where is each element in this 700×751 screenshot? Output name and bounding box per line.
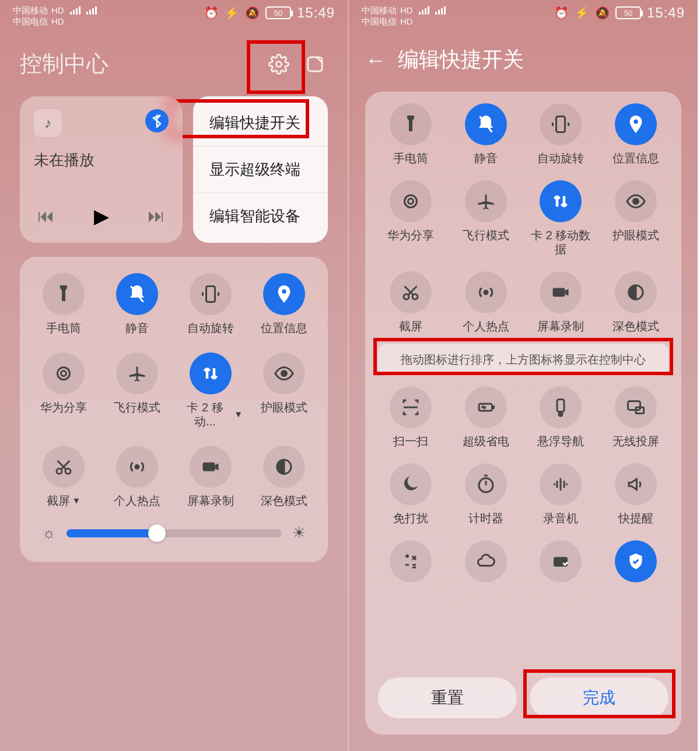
- slider-track[interactable]: [66, 529, 282, 537]
- switch-mobiledata[interactable]: 卡 2 移动...▼: [175, 352, 246, 428]
- waveform-icon: [550, 474, 571, 495]
- switch-security[interactable]: .: [600, 540, 673, 602]
- menu-item-super-terminal[interactable]: 显示超级终端: [193, 146, 328, 193]
- svg-point-19: [484, 291, 488, 294]
- switch-cast[interactable]: 无线投屏: [600, 386, 673, 448]
- label: 无线投屏: [612, 434, 659, 448]
- slider-fill: [66, 529, 157, 537]
- switch-dnd[interactable]: 免打扰: [374, 463, 447, 525]
- switch-hotspot[interactable]: 个人热点: [102, 446, 173, 508]
- switch-record[interactable]: 屏幕录制: [175, 446, 246, 508]
- next-track-button[interactable]: ⏭: [148, 206, 165, 226]
- back-button[interactable]: ←: [365, 48, 386, 72]
- switch-flashlight[interactable]: 手电筒: [374, 103, 447, 165]
- play-button[interactable]: ▶: [94, 204, 109, 228]
- svg-point-13: [634, 120, 638, 124]
- cast-icon: [625, 397, 646, 418]
- airplane-icon: [475, 191, 496, 212]
- status-bar: 中国移动 HD 中国电信 HD ⏰ ⚡ 🔕 50 15:49: [349, 0, 698, 33]
- brightness-slider[interactable]: ☼ ☀: [28, 521, 320, 548]
- calc-icon: [400, 551, 421, 572]
- switch-floatnav[interactable]: 悬浮导航: [524, 386, 597, 448]
- svg-point-5: [58, 368, 70, 380]
- switch-darkmode[interactable]: 深色模式: [600, 271, 673, 333]
- switch-darkmode[interactable]: 深色模式: [249, 446, 320, 508]
- switch-eyecare[interactable]: 护眼模式: [600, 180, 673, 256]
- label: 位置信息: [261, 321, 307, 335]
- context-menu: 编辑快捷开关 显示超级终端 编辑智能设备: [193, 96, 328, 243]
- active-switches-grid: 手电筒 静音 自动旋转 位置信息 华为分享 飞行模式 卡 2 移动数据 护眼模式…: [374, 103, 672, 333]
- hd-badge-1: HD: [400, 5, 413, 16]
- switch-calculator[interactable]: .: [374, 540, 447, 602]
- carrier-2: 中国电信: [362, 16, 397, 27]
- switch-location[interactable]: 位置信息: [249, 273, 320, 335]
- quick-switch-grid: 手电筒 静音 自动旋转 位置信息 华为分享 飞行模式: [28, 273, 320, 508]
- rotate-icon: [200, 284, 221, 305]
- header: ← 编辑快捷开关: [349, 33, 698, 85]
- switch-cloud[interactable]: .: [450, 540, 523, 602]
- bluetooth-badge[interactable]: [145, 109, 169, 132]
- page-title: 控制中心: [20, 49, 256, 79]
- flashlight-icon: [400, 114, 421, 135]
- switch-share[interactable]: 华为分享: [374, 180, 447, 256]
- data-arrows-icon: [550, 191, 571, 212]
- label: 扫一扫: [393, 434, 428, 448]
- signal-icon: [70, 6, 80, 15]
- settings-button[interactable]: [266, 51, 292, 77]
- switch-alert[interactable]: 快提醒: [600, 463, 673, 525]
- label: 超级省电: [463, 434, 509, 448]
- reset-button[interactable]: 重置: [378, 677, 517, 718]
- switch-mute[interactable]: 静音: [450, 103, 523, 165]
- label: 手电筒: [46, 321, 81, 335]
- svg-rect-12: [556, 117, 565, 132]
- location-icon: [625, 114, 646, 135]
- switch-hotspot[interactable]: 个人热点: [450, 271, 523, 333]
- svg-rect-2: [206, 287, 215, 302]
- label: 手电筒: [393, 151, 428, 165]
- svg-point-16: [633, 199, 638, 204]
- switch-rotate[interactable]: 自动旋转: [524, 103, 597, 165]
- switch-screenshot[interactable]: 截屏▼: [28, 446, 99, 508]
- switch-eyecare[interactable]: 护眼模式: [249, 352, 320, 428]
- svg-point-0: [276, 61, 282, 67]
- switch-airplane[interactable]: 飞行模式: [450, 180, 523, 256]
- switch-flashlight[interactable]: 手电筒: [28, 273, 99, 335]
- prev-track-button[interactable]: ⏮: [37, 206, 55, 226]
- edit-button[interactable]: [302, 51, 328, 77]
- data-arrows-icon: [200, 363, 221, 384]
- inactive-switches-grid: 扫一扫 超级省电 悬浮导航 无线投屏 免打扰 计时器 录音机 快提醒: [374, 386, 672, 525]
- switch-mobiledata[interactable]: 卡 2 移动数据: [524, 180, 597, 256]
- switch-screenshot[interactable]: 截屏: [374, 271, 447, 333]
- scissors-icon: [400, 282, 421, 303]
- switch-recorder[interactable]: 录音机: [524, 463, 597, 525]
- switch-location[interactable]: 位置信息: [600, 103, 673, 165]
- switch-card[interactable]: .: [524, 540, 597, 602]
- svg-point-4: [61, 371, 66, 376]
- bluetooth-icon: [151, 114, 163, 128]
- record-icon: [550, 282, 571, 303]
- menu-item-edit-switches[interactable]: 编辑快捷开关: [193, 100, 328, 146]
- label: 截屏▼: [47, 494, 81, 508]
- media-card[interactable]: ♪ 未在播放 ⏮ ▶ ⏭: [20, 96, 183, 243]
- media-controls: ⏮ ▶ ⏭: [34, 204, 169, 230]
- switch-powersave[interactable]: 超级省电: [450, 386, 523, 448]
- switch-record[interactable]: 屏幕录制: [524, 271, 597, 333]
- battery-icon: 50: [615, 6, 641, 19]
- mute-icon: 🔕: [245, 6, 260, 20]
- float-nav-icon: [550, 397, 571, 418]
- switch-scan[interactable]: 扫一扫: [374, 386, 447, 448]
- switch-rotate[interactable]: 自动旋转: [175, 273, 246, 335]
- menu-item-edit-devices[interactable]: 编辑智能设备: [193, 193, 328, 239]
- clock: 15:49: [647, 5, 685, 21]
- switch-share[interactable]: 华为分享: [28, 352, 99, 428]
- done-button[interactable]: 完成: [530, 677, 668, 718]
- darkmode-icon: [274, 456, 295, 477]
- slider-thumb[interactable]: [148, 525, 166, 542]
- switch-mute[interactable]: 静音: [102, 273, 173, 335]
- music-icon: ♪: [34, 109, 62, 137]
- label: 个人热点: [114, 494, 160, 508]
- label: 截屏: [399, 319, 422, 333]
- switch-airplane[interactable]: 飞行模式: [102, 352, 173, 428]
- switch-timer[interactable]: 计时器: [450, 463, 523, 525]
- header: 控制中心: [0, 33, 348, 93]
